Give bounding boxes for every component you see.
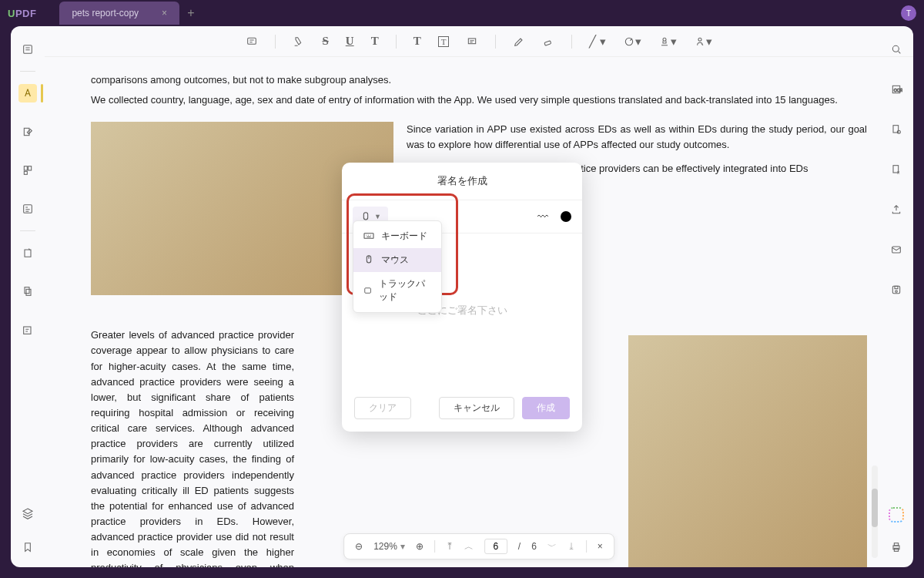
modal-title: 署名を作成 xyxy=(342,163,582,200)
print-icon[interactable] xyxy=(887,538,906,556)
dropdown-item-trackpad[interactable]: トラックパッド xyxy=(353,272,441,309)
svg-rect-31 xyxy=(365,287,371,293)
svg-rect-6 xyxy=(25,287,29,294)
edit-tool[interactable] xyxy=(18,123,37,141)
cancel-button[interactable]: キャンセル xyxy=(439,397,514,419)
paragraph: Greater levels of advanced practice prov… xyxy=(91,328,294,567)
svg-rect-28 xyxy=(363,212,367,219)
stroke-style-icon[interactable]: 〰 xyxy=(537,210,548,223)
signature-icon[interactable]: ▾ xyxy=(694,35,712,49)
layers-icon[interactable] xyxy=(18,504,37,523)
squiggly-icon[interactable]: T xyxy=(371,35,379,48)
svg-rect-9 xyxy=(248,38,256,44)
next-page-button[interactable]: ﹀ xyxy=(547,540,557,553)
page-total: 6 xyxy=(531,541,537,552)
comment-tool[interactable] xyxy=(18,84,37,102)
email-icon[interactable] xyxy=(887,240,906,259)
svg-text:OCR: OCR xyxy=(894,88,902,92)
page-tool[interactable] xyxy=(18,161,37,180)
search-icon[interactable] xyxy=(887,40,906,59)
svg-point-15 xyxy=(892,45,899,52)
page-separator: / xyxy=(518,541,521,552)
app-logo: UPDF xyxy=(8,8,36,19)
reader-tool[interactable] xyxy=(18,40,37,59)
ocr-icon[interactable]: OCR xyxy=(887,80,906,99)
input-mode-dropdown: キーボード マウス トラックパッド xyxy=(353,220,442,313)
text-icon[interactable]: T xyxy=(413,35,421,48)
document-tab[interactable]: pets report-copy × xyxy=(59,2,179,25)
paragraph: Since variation in APP use existed acros… xyxy=(407,122,867,153)
ai-icon[interactable] xyxy=(889,507,904,523)
strikethrough-icon[interactable]: S xyxy=(322,35,328,48)
document-image xyxy=(628,335,867,567)
save-icon[interactable] xyxy=(887,281,906,299)
crop-tool[interactable] xyxy=(18,282,37,301)
svg-rect-21 xyxy=(892,247,901,253)
shape-icon[interactable]: ▾ xyxy=(623,35,641,49)
svg-point-19 xyxy=(897,130,900,133)
pencil-icon[interactable] xyxy=(513,35,525,48)
svg-rect-3 xyxy=(28,166,32,170)
svg-point-13 xyxy=(663,38,666,41)
last-page-button[interactable]: ⤓ xyxy=(567,541,575,552)
svg-rect-26 xyxy=(894,543,898,546)
svg-rect-2 xyxy=(24,166,27,170)
annotation-toolbar: S U T T T ╱ ▾ ▾ ▾ ▾ xyxy=(45,26,913,57)
svg-rect-27 xyxy=(894,548,898,551)
signature-modal: 署名を作成 ▼ 〰 キーボード マウス xyxy=(342,163,582,432)
underline-icon[interactable]: U xyxy=(346,35,354,48)
titlebar: UPDF pets report-copy × + T xyxy=(0,0,924,26)
zoom-page-bar: ⊖ 129%▾ ⊕ ⤒ ︿ / 6 ﹀ ⤓ × xyxy=(343,533,614,560)
zoom-value[interactable]: 129% xyxy=(373,541,397,552)
left-sidebar xyxy=(11,26,45,567)
svg-rect-29 xyxy=(364,234,373,239)
tab-title: pets report-copy xyxy=(72,8,139,18)
zoom-in-button[interactable]: ⊕ xyxy=(416,541,424,552)
callout-icon[interactable] xyxy=(466,35,478,48)
prev-page-button[interactable]: ︿ xyxy=(464,540,474,553)
convert-icon[interactable] xyxy=(887,160,906,179)
textbox-icon[interactable]: T xyxy=(438,36,450,47)
svg-rect-23 xyxy=(895,286,898,288)
line-icon[interactable]: ╱ ▾ xyxy=(589,35,605,49)
svg-rect-8 xyxy=(24,327,31,334)
note-icon[interactable] xyxy=(246,35,258,48)
redact-tool[interactable] xyxy=(18,321,37,339)
first-page-button[interactable]: ⤒ xyxy=(446,541,454,552)
eraser-icon[interactable] xyxy=(542,35,554,48)
scrollbar[interactable] xyxy=(872,465,878,558)
share-icon[interactable] xyxy=(887,200,906,219)
close-icon[interactable]: × xyxy=(162,8,167,18)
batch-icon[interactable] xyxy=(887,120,906,139)
close-bar-button[interactable]: × xyxy=(598,541,603,552)
dropdown-item-keyboard[interactable]: キーボード xyxy=(353,224,441,248)
svg-rect-7 xyxy=(26,289,31,295)
paragraph: comparisons among outcomes, but not to m… xyxy=(91,72,867,88)
zoom-out-button[interactable]: ⊖ xyxy=(355,541,363,552)
clear-button[interactable]: クリア xyxy=(354,397,411,419)
dropdown-item-mouse[interactable]: マウス xyxy=(353,248,441,272)
user-avatar[interactable]: T xyxy=(901,5,916,21)
svg-point-24 xyxy=(896,291,898,293)
stamp-icon[interactable]: ▾ xyxy=(658,35,677,49)
form-tool[interactable] xyxy=(18,200,37,218)
page-input[interactable] xyxy=(484,539,507,554)
highlight-icon[interactable] xyxy=(293,35,305,48)
color-picker[interactable] xyxy=(561,211,571,222)
bookmark-icon[interactable] xyxy=(18,538,37,556)
svg-rect-11 xyxy=(544,40,551,45)
svg-rect-4 xyxy=(24,171,27,174)
svg-rect-10 xyxy=(469,39,476,44)
svg-point-14 xyxy=(698,38,701,41)
right-sidebar: OCR xyxy=(879,26,913,567)
paragraph: We collected country, language, age, sex… xyxy=(91,92,867,108)
svg-rect-1 xyxy=(24,128,29,135)
create-button[interactable]: 作成 xyxy=(522,397,570,419)
svg-rect-0 xyxy=(24,45,32,54)
new-tab-button[interactable]: + xyxy=(187,6,194,20)
protect-tool[interactable] xyxy=(18,244,37,262)
